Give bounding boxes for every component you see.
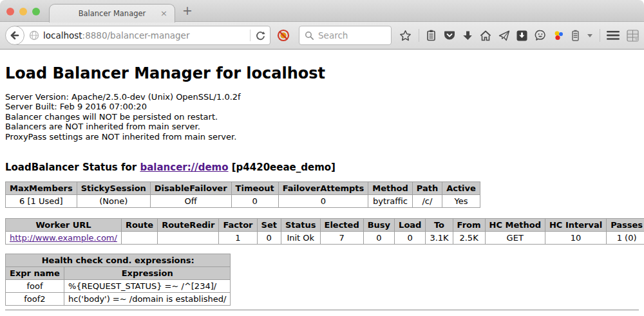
reload-button[interactable] [255, 30, 266, 41]
cell-active: Yes [442, 195, 480, 208]
url-text[interactable]: localhost:8880/balancer-manager [43, 30, 245, 41]
home-button[interactable] [480, 30, 491, 41]
page-title: Load Balancer Manager for localhost [5, 64, 639, 82]
browser-window: Balancer Manager × + localhost:88 [0, 0, 644, 316]
col-expression: Expression [64, 267, 231, 280]
tab-title: Balancer Manager [79, 9, 146, 18]
extension-dots-button[interactable] [553, 30, 564, 41]
status-heading-prefix: LoadBalancer Status for [5, 162, 140, 173]
battery-extension-button[interactable] [571, 30, 580, 41]
cell-maxmembers: 6 [1 Used] [6, 195, 77, 208]
chevron-down-icon [587, 34, 592, 37]
col-routeredir: RouteRedir [158, 219, 219, 232]
cell-status: Init Ok [281, 232, 320, 245]
reading-list-button[interactable] [426, 30, 437, 41]
cell-to: 3.1K [426, 232, 453, 245]
tab-balancer-manager[interactable]: Balancer Manager × [49, 4, 175, 23]
send-tab-button[interactable] [498, 30, 510, 41]
cell-passes: 1 (0) [607, 232, 644, 245]
table-row: foof %{REQUEST_STATUS} =~ /^[234]/ [6, 280, 231, 293]
close-window-button[interactable] [6, 8, 14, 15]
status-heading-suffix: [p4420eeae_demo] [229, 162, 336, 173]
titlebar: Balancer Manager × + [0, 0, 644, 22]
blocked-script-icon [277, 29, 290, 42]
cell-disablefailover: Off [150, 195, 231, 208]
menu-button[interactable] [607, 31, 620, 40]
cell-timeout: 0 [231, 195, 278, 208]
health-check-table: Health check cond. expressions: Expr nam… [5, 254, 231, 306]
loadbalancer-status-heading: LoadBalancer Status for balancer://demo … [5, 162, 639, 173]
proxypass-notice-line: ProxyPass settings are NOT inherited fro… [5, 132, 639, 142]
col-timeout: Timeout [231, 182, 278, 195]
table-title-row: Health check cond. expressions: [6, 254, 231, 267]
col-passes: Passes [607, 219, 644, 232]
table-row: foof2 hc('body') =~ /domain is establish… [6, 293, 231, 306]
worker-table: Worker URL Route RouteRedir Factor Set S… [5, 218, 644, 245]
cell-failoverattempts: 0 [278, 195, 368, 208]
clipboard-icon [426, 30, 437, 41]
col-disablefailover: DisableFailover [150, 182, 231, 195]
battery-icon [571, 30, 580, 41]
cell-load: 0 [395, 232, 426, 245]
col-route: Route [121, 219, 157, 232]
downloads-button[interactable] [462, 30, 473, 41]
chat-button[interactable] [535, 30, 546, 41]
col-load: Load [395, 219, 426, 232]
video-downloader-button[interactable] [516, 30, 527, 41]
cell-factor: 1 [219, 232, 257, 245]
col-elected: Elected [320, 219, 363, 232]
cell-stickysession: (None) [77, 195, 150, 208]
search-bar[interactable]: Search [299, 26, 392, 45]
table-row: http://www.example.com/ 1 0 Init Ok 7 0 … [6, 232, 644, 245]
server-version-line: Server Version: Apache/2.5.0-dev (Unix) … [5, 92, 639, 102]
hamburger-icon [607, 31, 620, 40]
cell-elected: 7 [320, 232, 363, 245]
tab-close-icon[interactable]: × [160, 8, 167, 19]
server-built-line: Server Built: Feb 9 2016 07:00:20 [5, 102, 639, 111]
paper-plane-icon [498, 30, 510, 41]
col-expr-name: Expr name [6, 267, 64, 280]
page-grid-icon [627, 30, 639, 42]
pocket-icon [444, 30, 455, 41]
pocket-button[interactable] [444, 30, 455, 41]
url-bar[interactable]: localhost:8880/balancer-manager [14, 26, 270, 45]
download-arrow-icon [462, 30, 473, 41]
page-content: Load Balancer Manager for localhost Serv… [0, 50, 644, 316]
toolbar-icons [399, 29, 639, 42]
back-arrow-icon [9, 30, 21, 41]
script-blocker-button[interactable] [277, 29, 290, 42]
balancer-demo-link[interactable]: balancer://demo [140, 162, 228, 173]
cell-expr-name: foof2 [6, 293, 64, 306]
col-active: Active [442, 182, 480, 195]
col-to: To [426, 219, 453, 232]
cell-route [121, 232, 157, 245]
cell-expression: hc('body') =~ /domain is established/ [64, 293, 231, 306]
color-dots-icon [553, 30, 564, 41]
search-placeholder: Search [318, 30, 348, 41]
cell-method: bytraffic [368, 195, 412, 208]
bookmark-star-button[interactable] [399, 30, 412, 42]
new-tab-button[interactable]: + [182, 3, 193, 17]
overflow-caret-button[interactable] [587, 34, 592, 37]
zoom-window-button[interactable] [32, 8, 40, 15]
col-stickysession: StickySession [77, 182, 150, 195]
col-failoverattempts: FailoverAttempts [278, 182, 368, 195]
cell-set: 0 [257, 232, 281, 245]
persist-notice-line: Balancer changes will NOT be persisted o… [5, 112, 639, 122]
bottom-divider [5, 310, 639, 311]
minimize-window-button[interactable] [19, 8, 27, 15]
toolbar-separator [600, 29, 600, 42]
col-status: Status [281, 219, 320, 232]
col-maxmembers: MaxMembers [6, 182, 77, 195]
col-path: Path [412, 182, 442, 195]
worker-url-link[interactable]: http://www.example.com/ [10, 233, 117, 243]
urlbar-separator [250, 30, 251, 41]
col-hc-method: HC Method [485, 219, 545, 232]
table-header-row: Worker URL Route RouteRedir Factor Set S… [6, 219, 644, 232]
url-path: :8880/balancer-manager [82, 30, 190, 41]
table-row: 6 [1 Used] (None) Off 0 0 bytraffic /c/ … [6, 195, 480, 208]
back-button[interactable] [5, 26, 24, 45]
cell-from: 2.5K [453, 232, 485, 245]
tab-groups-button[interactable] [627, 30, 639, 42]
cell-expression: %{REQUEST_STATUS} =~ /^[234]/ [64, 280, 231, 293]
